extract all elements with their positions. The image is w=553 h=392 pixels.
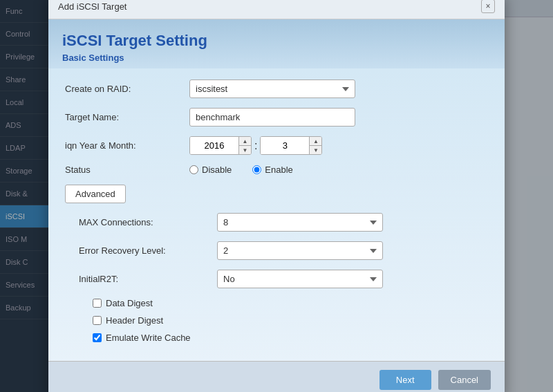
target-name-input[interactable]	[189, 108, 355, 127]
max-connections-select[interactable]: 8 16 32	[217, 213, 383, 232]
data-digest-label[interactable]: Data Digest	[106, 298, 153, 308]
status-radio-group: Disable Enable	[189, 165, 488, 175]
max-connections-row: MAX Connections: 8 16 32	[79, 213, 488, 232]
status-row: Status Disable Enable	[65, 165, 488, 175]
iqn-month-spinner-buttons: ▲ ▼	[309, 137, 321, 154]
status-disable-text: Disable	[202, 165, 232, 175]
modal-dialog: Add iSCSI Target × iSCSI Target Setting …	[48, 0, 505, 392]
modal-header: iSCSI Target Setting Basic Settings	[48, 19, 505, 68]
iqn-month-up-button[interactable]: ▲	[309, 137, 321, 146]
modal-titlebar: Add iSCSI Target ×	[48, 0, 505, 19]
iqn-month-down-button[interactable]: ▼	[309, 146, 321, 154]
status-control: Disable Enable	[189, 165, 488, 175]
header-digest-row: Header Digest	[93, 315, 488, 326]
modal-footer: Next Cancel	[48, 361, 505, 392]
iqn-label: iqn Year & Month:	[65, 140, 189, 151]
iqn-year-spinner-buttons: ▲ ▼	[238, 137, 251, 154]
create-on-raid-control: iscsitest	[189, 80, 488, 98]
target-name-row: Target Name:	[65, 108, 488, 127]
create-on-raid-row: Create on RAID: iscsitest	[65, 80, 488, 98]
iqn-month-input[interactable]	[261, 137, 309, 154]
initial-r2t-select[interactable]: No Yes	[217, 270, 383, 288]
modal-form: Create on RAID: iscsitest Target Name:	[48, 68, 505, 361]
iqn-row: iqn Year & Month: ▲ ▼ :	[65, 136, 488, 155]
create-on-raid-select[interactable]: iscsitest	[189, 80, 355, 98]
error-recovery-select[interactable]: 0 1 2	[217, 241, 383, 260]
modal-titlebar-text: Add iSCSI Target	[58, 1, 126, 12]
emulate-write-cache-checkbox[interactable]	[93, 333, 102, 342]
error-recovery-row: Error Recovery Level: 0 1 2	[79, 241, 488, 260]
status-enable-text: Enable	[265, 165, 292, 175]
max-connections-label: MAX Connections:	[79, 217, 217, 227]
modal-body: iSCSI Target Setting Basic Settings Crea…	[48, 19, 505, 361]
modal-close-button[interactable]: ×	[481, 0, 495, 13]
emulate-write-cache-row: Emulate Write Cache	[93, 333, 488, 343]
iqn-control: ▲ ▼ : ▲ ▼	[189, 136, 488, 155]
status-enable-radio[interactable]	[252, 165, 261, 174]
status-label: Status	[65, 165, 189, 175]
status-disable-label[interactable]: Disable	[189, 165, 232, 175]
status-disable-radio[interactable]	[189, 165, 198, 174]
target-name-label: Target Name:	[65, 112, 189, 122]
modal-title: iSCSI Target Setting	[62, 32, 491, 50]
status-enable-label[interactable]: Enable	[252, 165, 292, 175]
header-digest-label[interactable]: Header Digest	[106, 315, 163, 326]
create-on-raid-label: Create on RAID:	[65, 84, 189, 94]
initial-r2t-row: InitialR2T: No Yes	[79, 270, 488, 288]
target-name-control	[189, 108, 488, 127]
initial-r2t-label: InitialR2T:	[79, 274, 217, 284]
iqn-year-input[interactable]	[190, 137, 238, 154]
cancel-button[interactable]: Cancel	[438, 370, 491, 390]
iqn-separator: :	[254, 140, 257, 152]
advanced-section: MAX Connections: 8 16 32 Error Recovery …	[79, 213, 488, 343]
data-digest-row: Data Digest	[93, 298, 488, 308]
next-button[interactable]: Next	[379, 370, 431, 390]
iqn-year-down-button[interactable]: ▼	[238, 146, 251, 154]
error-recovery-label: Error Recovery Level:	[79, 245, 217, 256]
iqn-year-up-button[interactable]: ▲	[238, 137, 251, 146]
data-digest-checkbox[interactable]	[93, 299, 102, 308]
iqn-year-spinner: ▲ ▼	[189, 136, 252, 155]
emulate-write-cache-label[interactable]: Emulate Write Cache	[106, 333, 191, 343]
modal-overlay: Add iSCSI Target × iSCSI Target Setting …	[0, 0, 553, 392]
iqn-container: ▲ ▼ : ▲ ▼	[189, 136, 488, 155]
header-digest-checkbox[interactable]	[93, 316, 102, 325]
modal-subtitle: Basic Settings	[62, 53, 491, 63]
advanced-button[interactable]: Advanced	[65, 185, 126, 203]
iqn-month-spinner: ▲ ▼	[260, 136, 322, 155]
